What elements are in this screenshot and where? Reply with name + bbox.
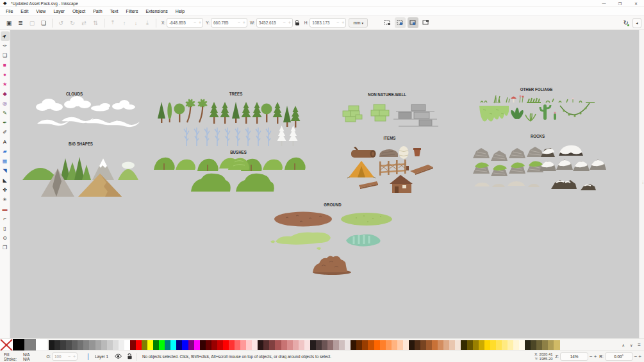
section-label-ground[interactable]: GROUND [324,202,341,208]
palette-swatch-68[interactable] [443,340,449,350]
h-minus-button[interactable]: − [335,21,340,25]
palette-swatch-64[interactable] [420,340,426,350]
height-field[interactable]: 1083.173 − + [310,18,346,28]
spiral-tool[interactable]: ◎ [1,99,10,108]
rock-snowcap-3[interactable] [573,161,590,171]
palette-swatch-78[interactable] [502,340,508,350]
section-label-clouds[interactable]: CLOUDS [66,91,83,97]
palette-swatch-42[interactable] [293,340,299,350]
palette-swatch-43[interactable] [299,340,304,350]
cloud-puffy-3[interactable] [112,100,135,110]
item-stone-log[interactable] [379,149,398,157]
rock-moss-3[interactable] [509,163,525,174]
rotation-value[interactable]: 0.00° [606,354,632,359]
palette-swatch-13[interactable] [124,340,130,350]
palette-swatch-55[interactable] [368,340,374,350]
menu-help[interactable]: Help [172,8,188,15]
palette-swatch-46[interactable] [316,340,322,350]
zoom-tool[interactable]: ⊙ [1,233,10,243]
x-minus-button[interactable]: − [192,21,197,25]
bush-large-2[interactable] [236,174,274,192]
maximize-button[interactable]: ❐ [612,0,628,6]
section-label-trees[interactable]: TREES [229,91,243,97]
palette-swatch-37[interactable] [263,340,269,350]
eraser-tool[interactable]: ▬ [1,204,10,214]
palette-swatch-40[interactable] [281,340,287,350]
deselect-button[interactable]: ▢ [27,18,37,28]
rock-flat-1[interactable] [474,183,490,186]
palette-swatch-62[interactable] [409,340,415,350]
section-label-big-shapes[interactable]: BIG SHAPES [69,141,93,147]
selection-box-button[interactable]: ❏ [38,18,49,28]
tree-round-2[interactable] [261,104,272,123]
item-tent[interactable] [347,161,376,178]
lock-ratio-icon[interactable] [295,20,300,26]
menu-filters[interactable]: Filters [122,8,142,15]
tweak-tool[interactable]: ✤ [1,185,10,195]
h-plus-button[interactable]: + [340,21,345,25]
palette-swatch-85[interactable] [542,340,548,350]
palette-swatch-58[interactable] [386,340,392,350]
swatch-no-color[interactable] [0,339,13,351]
moss-wall-1[interactable] [343,106,362,122]
palette-swatch-83[interactable] [531,340,536,350]
palette-swatch-57[interactable] [380,340,386,350]
tree-pine-7[interactable] [273,102,283,124]
rotation-plus-button[interactable]: + [638,354,641,359]
palette-swatch-22[interactable] [176,340,182,350]
select-same-button[interactable]: ≣ [15,18,26,28]
palette-swatch-63[interactable] [415,340,420,350]
snow-hill-shape[interactable] [118,162,138,181]
tree-pine-2[interactable] [210,102,219,124]
bush-1[interactable] [154,158,175,170]
rock-snowcap-2[interactable] [556,160,573,170]
palette-swatch-4[interactable] [72,340,78,350]
enable-snapping-toggle[interactable]: ↻ [623,19,629,26]
rock-gray-3[interactable] [509,148,525,158]
y-minus-button[interactable]: − [236,21,242,25]
palette-swatch-77[interactable] [496,340,502,350]
palette-swatch-82[interactable] [525,340,531,350]
palette-scroll-down-icon[interactable]: ∨ [630,343,632,347]
gray-brick-wall[interactable] [393,104,438,126]
palette-swatch-0[interactable] [49,340,54,350]
tree-bare-8[interactable] [256,128,261,146]
menu-layer[interactable]: Layer [49,8,69,15]
tree-snow-pine-2[interactable] [289,126,298,146]
rotation-field[interactable]: 0.00° [605,352,633,361]
current-layer-label[interactable]: Layer 1 [95,354,108,359]
section-label-bushes[interactable]: BUSHES [230,149,247,155]
foliage-cactus[interactable] [540,104,550,120]
palette-swatch-74[interactable] [479,340,484,350]
tree-pine-4[interactable] [232,102,240,123]
tree-bare-9[interactable] [266,128,271,146]
rock-moss-2[interactable] [491,165,508,176]
ground-dirt-oval[interactable] [274,212,332,227]
item-vase[interactable] [399,146,409,159]
width-field-value[interactable]: 3452.615 [257,21,282,25]
tree-pine-9[interactable] [291,106,301,128]
pencil-tool[interactable]: ✎ [1,108,10,118]
tree-pine-5[interactable] [242,102,251,124]
opacity-field[interactable]: 100 − + [52,352,78,361]
palette-swatch-60[interactable] [397,340,403,350]
palette-swatch-51[interactable] [345,340,351,350]
w-plus-button[interactable]: + [287,21,292,25]
tree-bare-5[interactable] [225,128,230,146]
lower-to-bottom-button[interactable]: ⤓ [142,18,153,28]
rock-gray-1[interactable] [473,148,490,158]
spray-tool[interactable]: ✳ [1,195,10,204]
palette-swatch-15[interactable] [136,340,142,350]
stroke-value[interactable]: N/A [23,357,30,361]
tree-pine-6[interactable] [252,102,262,124]
vertical-scrollbar[interactable]: ⋮ [639,30,644,338]
tree-bare-4[interactable] [215,128,220,146]
foliage-grass-plant[interactable] [525,113,536,121]
trees-assets[interactable] [158,99,301,146]
node-tool[interactable]: ✑ [1,41,10,51]
palette-swatch-72[interactable] [467,340,473,350]
palette-swatch-81[interactable] [519,340,525,350]
w-minus-button[interactable]: − [282,21,287,25]
palette-swatch-30[interactable] [223,340,229,350]
palette-swatch-3[interactable] [66,340,72,350]
